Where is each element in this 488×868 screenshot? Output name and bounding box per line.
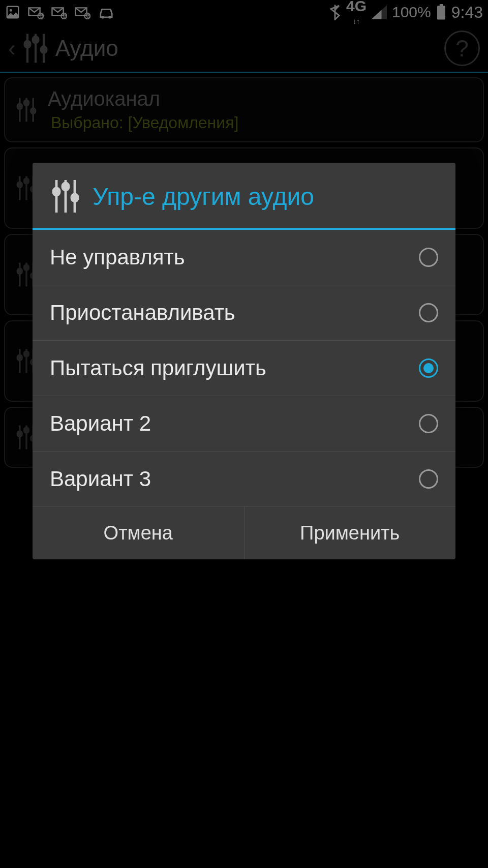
dialog-options: Не управлять Приостанавливать Пытаться п… (33, 230, 455, 506)
apply-button[interactable]: Применить (245, 507, 456, 559)
radio-option[interactable]: Приостанавливать (33, 285, 455, 341)
option-label: Приостанавливать (50, 301, 235, 325)
radio-indicator (419, 358, 438, 378)
dialog: Упр-е другим аудио Не управлять Приостан… (33, 163, 455, 559)
radio-indicator (419, 414, 438, 433)
svg-rect-51 (53, 188, 59, 195)
radio-indicator (419, 248, 438, 267)
svg-rect-53 (72, 194, 78, 201)
option-label: Вариант 2 (50, 411, 151, 436)
radio-option[interactable]: Вариант 2 (33, 396, 455, 452)
dialog-title: Упр-е другим аудио (93, 183, 314, 211)
option-label: Не управлять (50, 245, 185, 270)
radio-indicator (419, 469, 438, 489)
dialog-button-bar: Отмена Применить (33, 506, 455, 559)
cancel-button[interactable]: Отмена (33, 507, 245, 559)
radio-indicator (419, 303, 438, 322)
option-label: Пытаться приглушить (50, 356, 266, 380)
radio-option[interactable]: Не управлять (33, 230, 455, 285)
svg-rect-52 (63, 183, 69, 190)
dialog-header: Упр-е другим аудио (33, 163, 455, 230)
radio-option[interactable]: Пытаться приглушить (33, 341, 455, 396)
option-label: Вариант 3 (50, 467, 151, 491)
radio-option[interactable]: Вариант 3 (33, 452, 455, 506)
sliders-icon (50, 178, 81, 215)
